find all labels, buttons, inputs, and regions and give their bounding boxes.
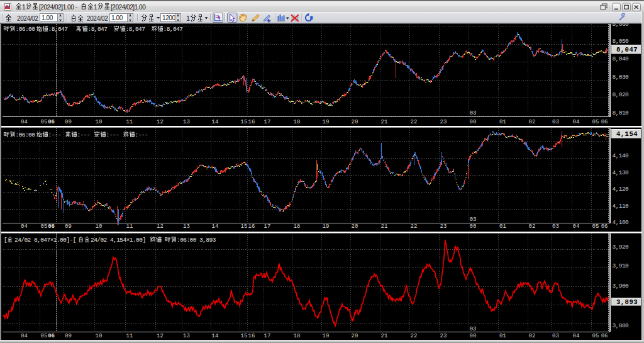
svg-text:06: 06	[48, 223, 55, 230]
svg-text:16: 16	[248, 119, 255, 125]
svg-text:05: 05	[592, 119, 599, 125]
svg-text:03: 03	[470, 216, 477, 223]
svg-text:14: 14	[212, 333, 219, 339]
svg-text:1: 1	[94, 4, 97, 11]
svg-text:18: 18	[294, 119, 301, 125]
svg-text:1200: 1200	[162, 14, 175, 21]
svg-text::06:00: :06:00	[16, 132, 36, 138]
svg-text:01: 01	[499, 333, 506, 339]
svg-text:22: 22	[411, 223, 418, 230]
svg-text:13: 13	[183, 119, 190, 125]
svg-text:03: 03	[552, 223, 559, 230]
svg-text:00: 00	[470, 223, 477, 230]
svg-text:1: 1	[22, 4, 26, 11]
svg-text:16: 16	[248, 333, 255, 339]
svg-text:16: 16	[248, 223, 255, 230]
svg-text:19: 19	[323, 333, 330, 339]
svg-text:11: 11	[126, 223, 133, 230]
svg-text:R: R	[310, 15, 314, 21]
svg-text:8,047: 8,047	[616, 46, 638, 53]
svg-text:2024/02: 2024/02	[87, 15, 108, 22]
svg-text::8,047: :8,047	[126, 26, 145, 33]
svg-text:02: 02	[529, 119, 536, 125]
svg-text:04: 04	[21, 223, 28, 230]
svg-text:03: 03	[552, 119, 559, 125]
svg-text:00: 00	[470, 119, 477, 125]
svg-text:[2024/02]1.00: [2024/02]1.00	[111, 4, 146, 11]
svg-text:05: 05	[592, 223, 599, 230]
svg-text:14: 14	[212, 223, 219, 230]
svg-text:4,154: 4,154	[616, 130, 638, 138]
svg-text:11: 11	[126, 333, 133, 339]
svg-text:05: 05	[592, 333, 599, 339]
svg-text:4,100: 4,100	[613, 219, 630, 226]
svg-text:04: 04	[573, 119, 580, 125]
svg-text:10: 10	[96, 333, 103, 339]
svg-text:24/02 8,047×1.00]-[: 24/02 8,047×1.00]-[	[14, 237, 76, 244]
svg-text:12: 12	[157, 333, 164, 339]
svg-text:05: 05	[41, 119, 48, 125]
svg-text:22: 22	[411, 333, 418, 339]
svg-text::---: :---	[135, 132, 148, 138]
svg-text:01: 01	[499, 223, 506, 230]
svg-text:06: 06	[48, 333, 55, 339]
svg-text:18: 18	[294, 223, 301, 230]
svg-text:13: 13	[183, 223, 190, 230]
svg-text:4,120: 4,120	[613, 186, 630, 193]
svg-text::8,047: :8,047	[88, 26, 108, 33]
svg-text::---: :---	[77, 132, 91, 138]
svg-text:17: 17	[264, 119, 271, 125]
svg-text:22: 22	[411, 119, 418, 125]
svg-text:17: 17	[264, 333, 271, 339]
svg-text:3,893: 3,893	[616, 298, 638, 306]
svg-text:06: 06	[601, 119, 608, 125]
svg-text:3,910: 3,910	[613, 262, 630, 269]
svg-text:09: 09	[65, 333, 72, 339]
svg-text:02: 02	[529, 223, 536, 230]
svg-text:20: 20	[352, 223, 358, 230]
svg-text:17: 17	[264, 223, 271, 230]
svg-text:18: 18	[294, 333, 301, 339]
svg-text:19: 19	[323, 119, 330, 125]
svg-text:21: 21	[381, 223, 388, 230]
svg-text:23: 23	[440, 119, 447, 125]
svg-text:1: 1	[186, 14, 190, 22]
svg-text:24/02 4,154×1.00]: 24/02 4,154×1.00]	[91, 237, 146, 244]
svg-text:[2024/02]1.00 -: [2024/02]1.00 -	[39, 4, 77, 11]
svg-text:04: 04	[21, 119, 28, 125]
svg-text:05: 05	[41, 223, 48, 230]
svg-text:8,010: 8,010	[613, 110, 630, 116]
svg-text::---: :---	[106, 132, 119, 138]
svg-text:21: 21	[381, 333, 388, 339]
svg-text:04: 04	[21, 333, 28, 339]
svg-text:06: 06	[601, 223, 608, 230]
svg-text:00: 00	[470, 333, 477, 339]
svg-text:10: 10	[96, 119, 103, 125]
svg-text:20: 20	[352, 333, 358, 339]
svg-text:2024/02: 2024/02	[17, 15, 38, 22]
svg-text:02: 02	[529, 333, 536, 339]
svg-text:19: 19	[323, 223, 330, 230]
svg-text:23: 23	[440, 333, 447, 339]
svg-text:04: 04	[573, 333, 580, 339]
svg-text:14: 14	[212, 119, 219, 125]
svg-text:3,900: 3,900	[613, 283, 630, 290]
svg-text:8,030: 8,030	[613, 74, 630, 81]
svg-text:15: 15	[241, 119, 248, 125]
svg-text:8,040: 8,040	[613, 55, 630, 62]
svg-text:4,140: 4,140	[613, 152, 630, 159]
svg-text:4,110: 4,110	[613, 203, 630, 210]
svg-text:09: 09	[65, 119, 72, 125]
svg-text:21: 21	[381, 119, 388, 125]
svg-text:13: 13	[183, 333, 190, 339]
svg-text::06:00: :06:00	[16, 26, 36, 33]
svg-text:06: 06	[601, 333, 608, 339]
svg-text:4,130: 4,130	[613, 169, 630, 176]
svg-text:23: 23	[440, 223, 447, 230]
svg-text::06:00 3,893: :06:00 3,893	[177, 237, 216, 244]
svg-text:11: 11	[126, 119, 133, 125]
svg-text:12: 12	[157, 223, 164, 230]
svg-text:10: 10	[96, 223, 103, 230]
svg-text:12: 12	[157, 119, 164, 125]
svg-text:01: 01	[499, 119, 506, 125]
